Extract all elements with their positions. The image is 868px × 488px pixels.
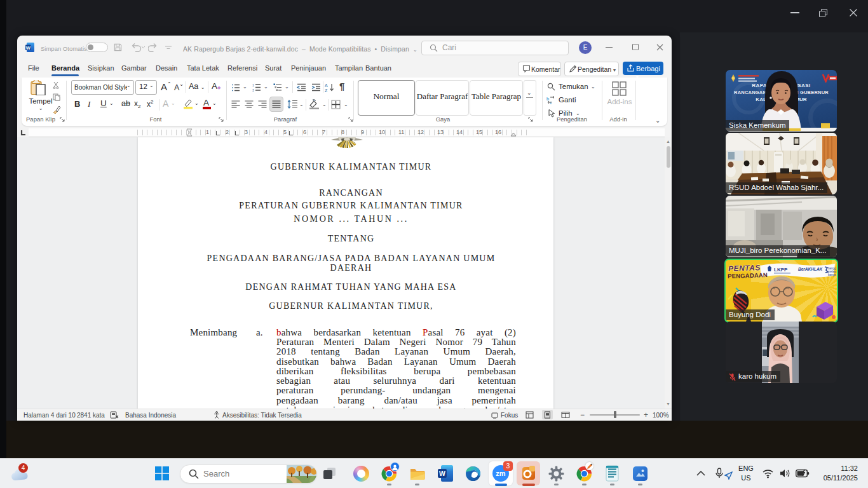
svg-text:1: 1 <box>252 83 254 87</box>
svg-text:A: A <box>325 83 328 88</box>
svg-text:W: W <box>26 45 31 51</box>
svg-text:Z: Z <box>325 88 328 92</box>
svg-text:W: W <box>439 470 445 477</box>
svg-text:b: b <box>546 96 549 102</box>
svg-text:3: 3 <box>252 88 254 92</box>
